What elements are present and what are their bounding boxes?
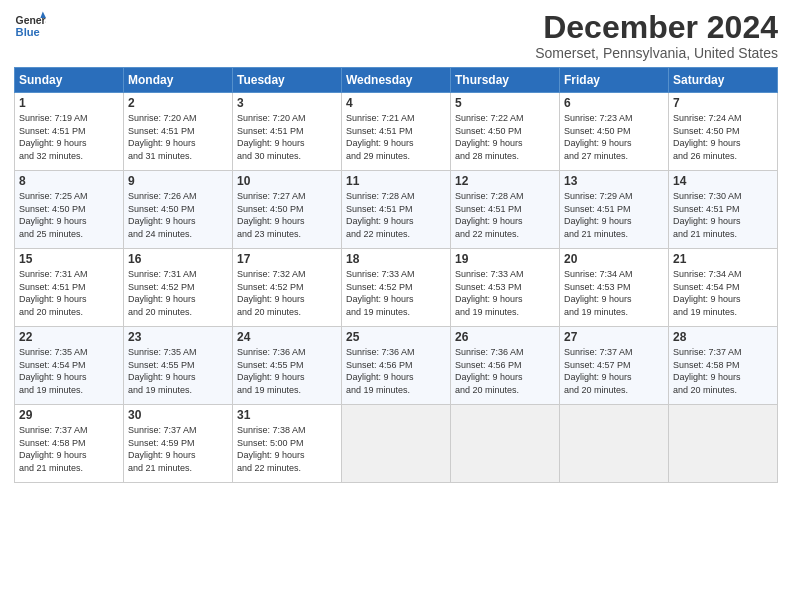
day-number: 5 <box>455 96 555 110</box>
calendar-cell <box>560 405 669 483</box>
day-number: 13 <box>564 174 664 188</box>
day-info: Sunrise: 7:23 AM Sunset: 4:50 PM Dayligh… <box>564 112 664 162</box>
day-info: Sunrise: 7:33 AM Sunset: 4:53 PM Dayligh… <box>455 268 555 318</box>
day-number: 23 <box>128 330 228 344</box>
calendar-cell <box>451 405 560 483</box>
day-number: 10 <box>237 174 337 188</box>
calendar-cell: 24Sunrise: 7:36 AM Sunset: 4:55 PM Dayli… <box>233 327 342 405</box>
calendar-cell: 31Sunrise: 7:38 AM Sunset: 5:00 PM Dayli… <box>233 405 342 483</box>
day-number: 3 <box>237 96 337 110</box>
day-header-thursday: Thursday <box>451 68 560 93</box>
calendar-cell: 10Sunrise: 7:27 AM Sunset: 4:50 PM Dayli… <box>233 171 342 249</box>
day-number: 19 <box>455 252 555 266</box>
day-number: 28 <box>673 330 773 344</box>
calendar-week-2: 8Sunrise: 7:25 AM Sunset: 4:50 PM Daylig… <box>15 171 778 249</box>
day-info: Sunrise: 7:21 AM Sunset: 4:51 PM Dayligh… <box>346 112 446 162</box>
day-info: Sunrise: 7:36 AM Sunset: 4:56 PM Dayligh… <box>455 346 555 396</box>
day-number: 4 <box>346 96 446 110</box>
day-info: Sunrise: 7:22 AM Sunset: 4:50 PM Dayligh… <box>455 112 555 162</box>
calendar-cell: 1Sunrise: 7:19 AM Sunset: 4:51 PM Daylig… <box>15 93 124 171</box>
day-number: 2 <box>128 96 228 110</box>
calendar-cell: 12Sunrise: 7:28 AM Sunset: 4:51 PM Dayli… <box>451 171 560 249</box>
calendar-week-3: 15Sunrise: 7:31 AM Sunset: 4:51 PM Dayli… <box>15 249 778 327</box>
day-info: Sunrise: 7:34 AM Sunset: 4:54 PM Dayligh… <box>673 268 773 318</box>
day-info: Sunrise: 7:20 AM Sunset: 4:51 PM Dayligh… <box>128 112 228 162</box>
day-number: 6 <box>564 96 664 110</box>
calendar-week-4: 22Sunrise: 7:35 AM Sunset: 4:54 PM Dayli… <box>15 327 778 405</box>
day-info: Sunrise: 7:34 AM Sunset: 4:53 PM Dayligh… <box>564 268 664 318</box>
day-number: 16 <box>128 252 228 266</box>
day-number: 21 <box>673 252 773 266</box>
logo: General Blue <box>14 10 46 42</box>
calendar-cell: 8Sunrise: 7:25 AM Sunset: 4:50 PM Daylig… <box>15 171 124 249</box>
day-info: Sunrise: 7:37 AM Sunset: 4:59 PM Dayligh… <box>128 424 228 474</box>
day-info: Sunrise: 7:29 AM Sunset: 4:51 PM Dayligh… <box>564 190 664 240</box>
day-number: 15 <box>19 252 119 266</box>
day-number: 26 <box>455 330 555 344</box>
day-number: 30 <box>128 408 228 422</box>
day-info: Sunrise: 7:26 AM Sunset: 4:50 PM Dayligh… <box>128 190 228 240</box>
calendar-cell <box>342 405 451 483</box>
header-row-days: SundayMondayTuesdayWednesdayThursdayFrid… <box>15 68 778 93</box>
logo-icon: General Blue <box>14 10 46 42</box>
calendar-cell: 29Sunrise: 7:37 AM Sunset: 4:58 PM Dayli… <box>15 405 124 483</box>
day-info: Sunrise: 7:32 AM Sunset: 4:52 PM Dayligh… <box>237 268 337 318</box>
day-info: Sunrise: 7:37 AM Sunset: 4:58 PM Dayligh… <box>673 346 773 396</box>
calendar-week-5: 29Sunrise: 7:37 AM Sunset: 4:58 PM Dayli… <box>15 405 778 483</box>
calendar-cell: 9Sunrise: 7:26 AM Sunset: 4:50 PM Daylig… <box>124 171 233 249</box>
calendar-cell: 11Sunrise: 7:28 AM Sunset: 4:51 PM Dayli… <box>342 171 451 249</box>
day-number: 20 <box>564 252 664 266</box>
calendar-cell: 22Sunrise: 7:35 AM Sunset: 4:54 PM Dayli… <box>15 327 124 405</box>
day-info: Sunrise: 7:37 AM Sunset: 4:57 PM Dayligh… <box>564 346 664 396</box>
day-info: Sunrise: 7:31 AM Sunset: 4:51 PM Dayligh… <box>19 268 119 318</box>
day-number: 14 <box>673 174 773 188</box>
day-number: 7 <box>673 96 773 110</box>
calendar-cell: 6Sunrise: 7:23 AM Sunset: 4:50 PM Daylig… <box>560 93 669 171</box>
title-block: December 2024 Somerset, Pennsylvania, Un… <box>535 10 778 61</box>
calendar-cell: 16Sunrise: 7:31 AM Sunset: 4:52 PM Dayli… <box>124 249 233 327</box>
day-number: 1 <box>19 96 119 110</box>
day-info: Sunrise: 7:25 AM Sunset: 4:50 PM Dayligh… <box>19 190 119 240</box>
day-number: 17 <box>237 252 337 266</box>
day-header-saturday: Saturday <box>669 68 778 93</box>
calendar-cell: 5Sunrise: 7:22 AM Sunset: 4:50 PM Daylig… <box>451 93 560 171</box>
calendar-cell: 15Sunrise: 7:31 AM Sunset: 4:51 PM Dayli… <box>15 249 124 327</box>
calendar-cell: 14Sunrise: 7:30 AM Sunset: 4:51 PM Dayli… <box>669 171 778 249</box>
day-number: 24 <box>237 330 337 344</box>
header-row: General Blue December 2024 Somerset, Pen… <box>14 10 778 61</box>
day-number: 12 <box>455 174 555 188</box>
calendar-cell <box>669 405 778 483</box>
day-info: Sunrise: 7:24 AM Sunset: 4:50 PM Dayligh… <box>673 112 773 162</box>
calendar-container: General Blue December 2024 Somerset, Pen… <box>0 0 792 489</box>
day-number: 31 <box>237 408 337 422</box>
day-info: Sunrise: 7:36 AM Sunset: 4:55 PM Dayligh… <box>237 346 337 396</box>
day-info: Sunrise: 7:28 AM Sunset: 4:51 PM Dayligh… <box>455 190 555 240</box>
calendar-cell: 25Sunrise: 7:36 AM Sunset: 4:56 PM Dayli… <box>342 327 451 405</box>
day-header-wednesday: Wednesday <box>342 68 451 93</box>
day-number: 9 <box>128 174 228 188</box>
calendar-table: SundayMondayTuesdayWednesdayThursdayFrid… <box>14 67 778 483</box>
day-info: Sunrise: 7:37 AM Sunset: 4:58 PM Dayligh… <box>19 424 119 474</box>
day-header-sunday: Sunday <box>15 68 124 93</box>
day-info: Sunrise: 7:30 AM Sunset: 4:51 PM Dayligh… <box>673 190 773 240</box>
calendar-title: December 2024 <box>535 10 778 45</box>
calendar-cell: 3Sunrise: 7:20 AM Sunset: 4:51 PM Daylig… <box>233 93 342 171</box>
calendar-week-1: 1Sunrise: 7:19 AM Sunset: 4:51 PM Daylig… <box>15 93 778 171</box>
day-info: Sunrise: 7:20 AM Sunset: 4:51 PM Dayligh… <box>237 112 337 162</box>
calendar-subtitle: Somerset, Pennsylvania, United States <box>535 45 778 61</box>
day-header-friday: Friday <box>560 68 669 93</box>
calendar-cell: 17Sunrise: 7:32 AM Sunset: 4:52 PM Dayli… <box>233 249 342 327</box>
calendar-cell: 28Sunrise: 7:37 AM Sunset: 4:58 PM Dayli… <box>669 327 778 405</box>
calendar-cell: 18Sunrise: 7:33 AM Sunset: 4:52 PM Dayli… <box>342 249 451 327</box>
day-info: Sunrise: 7:19 AM Sunset: 4:51 PM Dayligh… <box>19 112 119 162</box>
day-info: Sunrise: 7:36 AM Sunset: 4:56 PM Dayligh… <box>346 346 446 396</box>
calendar-cell: 19Sunrise: 7:33 AM Sunset: 4:53 PM Dayli… <box>451 249 560 327</box>
day-info: Sunrise: 7:35 AM Sunset: 4:54 PM Dayligh… <box>19 346 119 396</box>
day-number: 29 <box>19 408 119 422</box>
day-header-tuesday: Tuesday <box>233 68 342 93</box>
day-info: Sunrise: 7:33 AM Sunset: 4:52 PM Dayligh… <box>346 268 446 318</box>
svg-text:Blue: Blue <box>16 26 40 38</box>
calendar-cell: 4Sunrise: 7:21 AM Sunset: 4:51 PM Daylig… <box>342 93 451 171</box>
calendar-cell: 21Sunrise: 7:34 AM Sunset: 4:54 PM Dayli… <box>669 249 778 327</box>
calendar-cell: 27Sunrise: 7:37 AM Sunset: 4:57 PM Dayli… <box>560 327 669 405</box>
